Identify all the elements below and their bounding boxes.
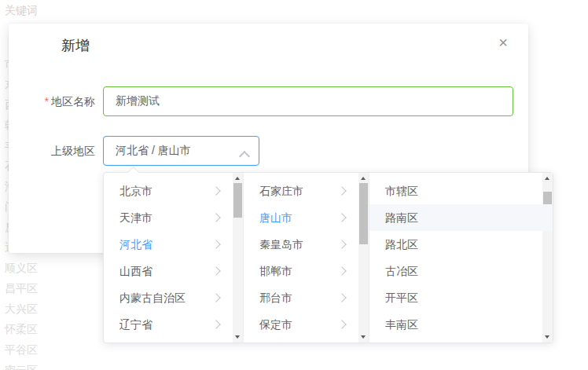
chevron-right-icon [211, 240, 220, 248]
chevron-right-icon [337, 320, 346, 328]
cascader-option[interactable]: 邯郸市 [244, 258, 369, 284]
chevron-right-icon [211, 213, 220, 222]
cascader-option[interactable]: 辽宁省 [104, 311, 243, 338]
cascader-option-label: 天津市 [119, 211, 153, 224]
cascader-option-label: 路南区 [385, 211, 418, 224]
cascader-option-label: 保定市 [259, 318, 292, 331]
background-list-item: 平谷区 [5, 343, 38, 357]
chevron-right-icon [337, 240, 346, 248]
cascader-option[interactable]: 保定市 [244, 311, 369, 338]
cascader-option[interactable]: 河北省 [104, 231, 243, 258]
cascader-option-label: 邢台市 [259, 291, 292, 304]
chevron-right-icon [211, 320, 220, 328]
parent-region-label-text: 上级地区 [51, 145, 95, 157]
background-list-item: 顺义区 [5, 262, 38, 276]
cascader-option-label: 北京市 [119, 185, 153, 197]
cascader-option[interactable]: 古冶区 [369, 258, 553, 284]
cascader-option[interactable]: 天津市 [104, 204, 243, 231]
cascader-option-label: 古冶区 [385, 265, 418, 277]
cascader-option[interactable]: 开平区 [369, 284, 553, 311]
chevron-right-icon [337, 266, 346, 275]
cascader-option[interactable]: 市辖区 [369, 178, 553, 204]
region-name-label: *地区名称 [9, 86, 103, 116]
cascader-option[interactable]: 秦皇岛市 [244, 231, 369, 258]
background-list-item: 密云区 [5, 364, 38, 370]
parent-region-label: 上级地区 [9, 136, 103, 166]
background-list-item: 大兴区 [5, 302, 38, 317]
cascader-option-label: 石家庄市 [259, 185, 303, 197]
cascader-dropdown-panel: 北京市天津市河北省山西省内蒙古自治区辽宁省 石家庄市唐山市秦皇岛市邯郸市邢台市保… [103, 172, 553, 343]
cascader-option-label: 开平区 [385, 291, 418, 304]
cascader-option-label: 路北区 [385, 238, 418, 251]
chevron-right-icon [211, 186, 220, 195]
cascader-column-2: 石家庄市唐山市秦皇岛市邯郸市邢台市保定市 [244, 173, 369, 343]
background-search-placeholder: 关键词 [5, 4, 38, 18]
cascader-option[interactable]: 邢台市 [244, 284, 369, 311]
cascader-option-label: 内蒙古自治区 [119, 291, 186, 304]
cascader-option[interactable]: 唐山市 [244, 204, 369, 231]
close-icon[interactable]: × [495, 35, 511, 50]
region-name-label-text: 地区名称 [51, 95, 95, 108]
cascader-option-label: 河北省 [119, 238, 153, 251]
cascader-option[interactable]: 路北区 [369, 231, 553, 258]
cascader-column-1: 北京市天津市河北省山西省内蒙古自治区辽宁省 [104, 173, 244, 343]
cascader-option[interactable]: 山西省 [104, 258, 243, 284]
cascader-option[interactable]: 丰南区 [369, 311, 553, 338]
chevron-right-icon [337, 186, 346, 195]
required-asterisk: * [45, 95, 49, 108]
cascader-column-3: 市辖区路南区路北区古冶区开平区丰南区 [369, 173, 553, 343]
cascader-option-label: 秦皇岛市 [259, 238, 303, 251]
cascader-option-label: 山西省 [119, 265, 153, 277]
region-name-input[interactable] [103, 86, 513, 116]
chevron-right-icon [211, 266, 220, 275]
chevron-right-icon [337, 293, 346, 302]
parent-region-cascader-input[interactable] [103, 136, 259, 166]
background-list-item: 怀柔区 [5, 323, 38, 337]
cascader-option-label: 邯郸市 [259, 265, 292, 277]
background-list-item: 昌平区 [5, 282, 38, 296]
cascader-option[interactable]: 内蒙古自治区 [104, 284, 243, 311]
cascader-option-label: 辽宁省 [119, 318, 153, 331]
cascader-option[interactable]: 路南区 [369, 204, 553, 231]
chevron-right-icon [337, 213, 346, 222]
cascader-option-label: 唐山市 [259, 211, 292, 224]
cascader-option[interactable]: 北京市 [104, 178, 243, 204]
cascader-option-label: 市辖区 [385, 185, 418, 197]
cascader-option[interactable]: 石家庄市 [244, 178, 369, 204]
dialog-title: 新增 [61, 36, 90, 55]
cascader-option-label: 丰南区 [385, 318, 418, 331]
chevron-right-icon [211, 293, 220, 302]
